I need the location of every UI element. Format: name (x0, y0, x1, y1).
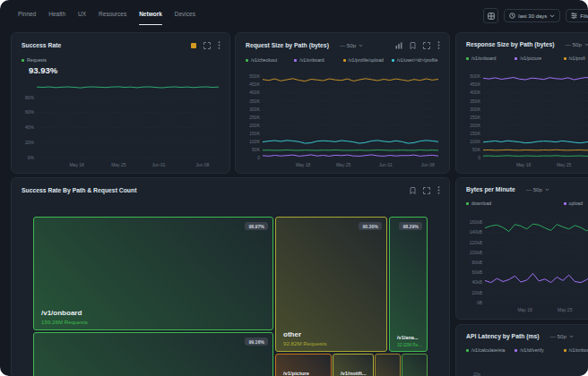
percentile-label: — 50p (550, 333, 566, 339)
legend-item[interactable]: /v1/picture (514, 56, 563, 61)
legend-item[interactable]: /v1/calculate/eta (466, 347, 514, 353)
treemap-cell-onboard[interactable]: 98.97% /v1/onboard 159.26M Requests (33, 217, 273, 330)
svg-text:300K: 300K (470, 107, 480, 112)
treemap-cell-notifications[interactable]: /v1/notifi... (333, 354, 374, 376)
clock-icon (509, 13, 515, 19)
legend-label: /v1/onboard (299, 57, 324, 63)
percentile-dropdown[interactable]: — 50p (340, 42, 363, 48)
more-menu-icon[interactable] (218, 41, 220, 49)
svg-text:400K: 400K (470, 90, 480, 95)
svg-text:500K: 500K (249, 73, 260, 79)
treemap-cell-picture[interactable]: /v1/picture (275, 354, 332, 376)
panel-request-size: Request Size by Path (bytes) — 50p /v1/c… (235, 32, 450, 174)
svg-text:60kB: 60kB (472, 269, 483, 275)
legend-item[interactable]: /v1/onboa (564, 347, 588, 353)
legend-item[interactable]: /v1/onboard (294, 57, 342, 63)
svg-text:Jun 08: Jun 08 (195, 162, 209, 167)
legend-label: /v1/onboard (471, 56, 496, 61)
treemap-cell-analytics[interactable]: 98.29% /v1/ana... 32.02M Re... (389, 217, 428, 352)
api-latency-chart: 20s (462, 366, 588, 376)
tab-health[interactable]: Health (48, 0, 65, 29)
panel-title: API Latency by Path (ms) (466, 333, 540, 339)
date-range-selector[interactable]: last 30 days (504, 9, 560, 22)
tab-network[interactable]: Network (139, 0, 162, 29)
tab-devices[interactable]: Devices (175, 0, 195, 29)
tab-ux[interactable]: UX (78, 0, 86, 29)
expand-icon[interactable] (423, 42, 430, 49)
pin-icon[interactable] (410, 42, 416, 49)
panel-header-icons (410, 186, 440, 194)
tab-pinned[interactable]: Pinned (18, 0, 36, 29)
pin-icon[interactable] (410, 187, 416, 194)
cell-path-label: /v1/picture (283, 371, 309, 376)
expand-icon[interactable] (423, 187, 430, 194)
legend-dot (564, 202, 566, 205)
legend-dot (514, 57, 517, 60)
svg-text:120kB: 120kB (470, 240, 483, 245)
percentile-label: — 50p (566, 41, 582, 47)
panel-header: Success Rate By Path & Request Count (12, 178, 449, 194)
svg-text:350K: 350K (470, 98, 480, 104)
panel-header: Success Rate (12, 33, 229, 49)
cell-request-count: 92.82M Requests (283, 340, 327, 346)
cell-path-label: /v1/notifi... (341, 371, 367, 376)
legend-item[interactable]: /v1/id/verify (514, 347, 563, 353)
percentile-dropdown[interactable]: — 50p (526, 186, 549, 192)
grid-layout-button[interactable] (483, 8, 498, 23)
svg-text:200K: 200K (249, 123, 260, 128)
svg-text:100K: 100K (470, 139, 480, 144)
legend-item[interactable]: /v1/profi (564, 56, 588, 61)
filter-icon (571, 13, 577, 19)
svg-text:450K: 450K (470, 81, 480, 87)
legend-dot (392, 59, 394, 62)
success-rate-value: 93.93% (29, 65, 229, 75)
legend-dot (343, 59, 346, 62)
legend-item[interactable]: /v1/user/<id>/profile (392, 57, 440, 63)
annotation-note-icon[interactable] (191, 43, 196, 48)
legend-item[interactable]: /v1/profile/upload (343, 57, 392, 63)
legend-item[interactable]: /v1/checkout (246, 57, 294, 63)
panel-header: Bytes per Minute — 50p (456, 178, 588, 192)
chevron-down-icon (549, 14, 555, 18)
filter-compare-button[interactable]: Filter/Co (566, 9, 588, 22)
tab-resources[interactable]: Resources (99, 0, 126, 29)
more-menu-icon[interactable] (437, 186, 440, 194)
panel-header: API Latency by Path (ms) — 50p (456, 325, 588, 339)
panel-success-by-path: Success Rate By Path & Request Count 98.… (11, 177, 450, 376)
svg-text:400K: 400K (249, 90, 260, 95)
treemap-cell-other[interactable]: 90.30% other 92.82M Requests (275, 217, 387, 352)
cell-request-count: 159.26M Requests (41, 319, 88, 325)
legend-item[interactable]: upload (564, 201, 588, 206)
svg-text:May 18: May 18 (296, 162, 311, 167)
treemap-cell[interactable]: 99.16% (33, 332, 273, 376)
more-menu-icon[interactable] (437, 41, 440, 49)
percentile-dropdown[interactable]: — 50p (550, 333, 574, 339)
chevron-down-icon (569, 335, 574, 338)
legend-label: download (471, 201, 491, 206)
legend-item[interactable]: /v1/onboard (466, 56, 514, 61)
success-rate-chart: 0%20%40%60%80%May 18May 25Jun 01Jun 08 (17, 78, 224, 169)
percentile-label: — 50p (340, 42, 356, 48)
cell-path-label: /v1/ana... (397, 335, 419, 340)
success-badge: 90.30% (359, 222, 382, 230)
svg-text:May 18: May 18 (517, 307, 532, 312)
svg-text:May 18: May 18 (516, 162, 532, 167)
legend-item[interactable]: download (466, 201, 514, 206)
panel-header-icons (395, 41, 440, 49)
svg-text:May 25: May 25 (557, 162, 572, 167)
expand-icon[interactable] (203, 42, 211, 49)
treemap-cell[interactable] (402, 354, 428, 376)
grid-icon (488, 13, 495, 20)
svg-text:80kB: 80kB (472, 260, 483, 265)
chart-type-icon[interactable] (395, 42, 402, 49)
bytes-per-minute-chart: 0B20kB40kB60kB80kB100kB120kB140kB160kBMa… (462, 214, 588, 314)
legend-item[interactable]: Requests (22, 57, 220, 63)
cell-path-label: other (283, 330, 301, 338)
chart-legend: download upload (456, 192, 588, 206)
treemap-cell[interactable] (375, 354, 401, 376)
percentile-label: — 50p (526, 186, 542, 192)
panel-title: Bytes per Minute (466, 186, 515, 192)
svg-text:50K: 50K (252, 147, 261, 152)
panel-api-latency: API Latency by Path (ms) — 50p /v1/calcu… (455, 324, 588, 376)
percentile-dropdown[interactable]: — 50p (566, 41, 588, 47)
